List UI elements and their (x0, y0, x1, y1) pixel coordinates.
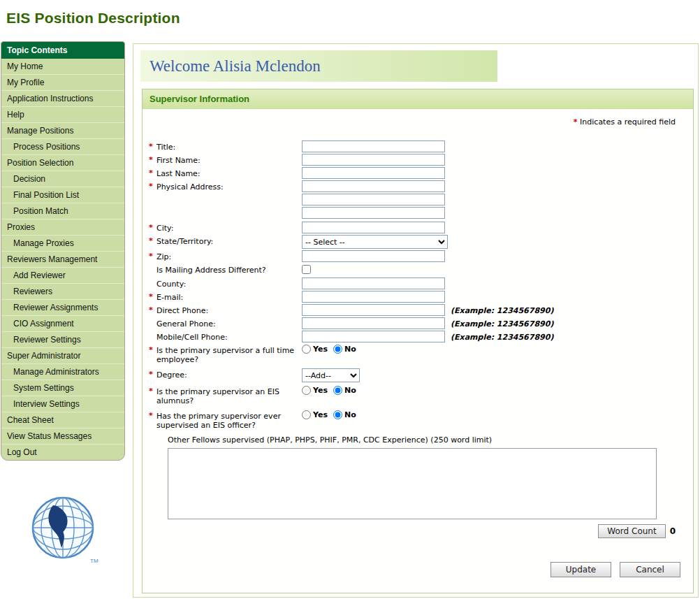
general-phone-label: General Phone: (156, 319, 216, 329)
sidebar-item-cio-assignment[interactable]: CIO Assignment (1, 316, 124, 332)
required-marker: * (149, 305, 153, 315)
city-input[interactable] (302, 222, 445, 233)
physical-address-line1-input[interactable] (302, 180, 445, 192)
form-row-city: * City: (149, 222, 687, 233)
required-marker: * (149, 236, 153, 245)
sidebar-item-proxies[interactable]: Proxies (1, 219, 124, 236)
sidebar-item-position-selection[interactable]: Position Selection (1, 155, 124, 171)
sidebar: Topic Contents My Home My Profile Applic… (1, 41, 125, 461)
full-time-no-radio[interactable] (333, 345, 342, 354)
eis-alumnus-yes-label: Yes (313, 386, 328, 395)
sidebar-item-manage-positions[interactable]: Manage Positions (1, 123, 124, 139)
sidebar-nav: My Home My Profile Application Instructi… (1, 59, 124, 460)
email-label: E-mail: (156, 293, 183, 302)
supervised-eis-label: Has the primary supervisor ever supervis… (156, 412, 281, 430)
sidebar-item-add-reviewer[interactable]: Add Reviewer (1, 268, 124, 284)
form-row-email: * E-mail: (149, 291, 687, 303)
required-marker: * (149, 155, 153, 164)
sidebar-item-decision[interactable]: Decision (1, 171, 124, 187)
degree-select[interactable]: --Add-- (302, 368, 360, 382)
required-marker: * (149, 142, 153, 151)
required-note-text: Indicates a required field (580, 117, 676, 127)
mobile-phone-input[interactable] (302, 331, 445, 342)
panel-body: * Indicates a required field * Title: * … (143, 117, 693, 538)
update-button[interactable]: Update (550, 562, 611, 577)
eis-alumnus-label: Is the primary supervisor an EIS alumnus… (156, 387, 279, 405)
supervised-eis-no-radio[interactable] (333, 410, 342, 419)
sidebar-item-reviewer-assignments[interactable]: Reviewer Assignments (1, 300, 124, 316)
sidebar-item-manage-administrators[interactable]: Manage Administrators (1, 364, 124, 380)
required-marker: * (149, 345, 153, 354)
sidebar-item-system-settings[interactable]: System Settings (1, 380, 124, 396)
sidebar-item-position-match[interactable]: Position Match (1, 203, 124, 219)
county-label: County: (156, 280, 186, 289)
form-row-general-phone: General Phone: (Example: 1234567890) (149, 317, 687, 329)
sidebar-item-process-positions[interactable]: Process Positions (1, 139, 124, 155)
required-marker: * (149, 292, 153, 301)
required-marker: * (149, 411, 153, 420)
city-label: City: (156, 224, 173, 233)
sidebar-item-reviewer-settings[interactable]: Reviewer Settings (1, 332, 124, 348)
sidebar-item-reviewers-management[interactable]: Reviewers Management (1, 252, 124, 268)
first-name-input[interactable] (302, 154, 445, 166)
last-name-label: Last Name: (156, 169, 200, 178)
mobile-phone-example: (Example: 1234567890) (451, 331, 553, 342)
page: EIS Position Description Topic Contents … (0, 0, 700, 599)
sidebar-item-interview-settings[interactable]: Interview Settings (1, 396, 124, 412)
welcome-banner: Welcome Alisia Mclendon (140, 50, 497, 82)
form-row-zip: * Zip: (149, 250, 687, 262)
eis-alumnus-yes-radio[interactable] (302, 386, 311, 395)
supervisor-information-panel: Supervisor Information * Indicates a req… (142, 89, 694, 593)
supervised-eis-yes-radio[interactable] (302, 410, 311, 419)
mailing-different-label: Is Mailing Address Different? (156, 266, 266, 275)
required-marker: * (149, 370, 153, 379)
cancel-button[interactable]: Cancel (620, 562, 680, 577)
required-marker: * (574, 117, 578, 127)
sidebar-item-log-out[interactable]: Log Out (1, 445, 124, 460)
last-name-input[interactable] (302, 167, 445, 179)
sidebar-item-super-administrator[interactable]: Super Administrator (1, 348, 124, 364)
mailing-different-checkbox[interactable] (302, 265, 311, 274)
sidebar-item-application-instructions[interactable]: Application Instructions (1, 91, 124, 107)
form-row-eis-alumnus: * Is the primary supervisor an EIS alumn… (149, 385, 687, 405)
zip-input[interactable] (302, 250, 445, 262)
supervised-eis-no-label: No (344, 410, 356, 419)
form-row-mailing-different: Is Mailing Address Different? (149, 264, 687, 276)
mobile-phone-label: Mobile/Cell Phone: (156, 333, 228, 342)
eis-alumnus-no-radio[interactable] (333, 386, 342, 395)
full-time-no-label: No (344, 345, 356, 354)
email-input[interactable] (302, 291, 445, 303)
zip-label: Zip: (156, 252, 171, 261)
sidebar-item-final-position-list[interactable]: Final Position List (1, 187, 124, 203)
direct-phone-input[interactable] (302, 304, 445, 316)
sidebar-item-my-home[interactable]: My Home (1, 59, 124, 75)
full-time-yes-radio[interactable] (302, 345, 311, 354)
state-select[interactable]: -- Select -- (302, 235, 448, 249)
general-phone-input[interactable] (302, 317, 445, 329)
form-row-state: * State/Territory: -- Select -- (149, 235, 687, 249)
sidebar-item-help[interactable]: Help (1, 107, 124, 123)
other-fellows-textarea[interactable] (168, 448, 657, 519)
physical-address-line2-input[interactable] (302, 194, 445, 205)
sidebar-item-manage-proxies[interactable]: Manage Proxies (1, 236, 124, 252)
form-row-direct-phone: * Direct Phone: (Example: 1234567890) (149, 304, 687, 316)
required-marker: * (149, 182, 153, 191)
globe-logo: TM (29, 495, 101, 568)
supervised-eis-yes-label: Yes (313, 410, 328, 419)
sidebar-item-reviewers[interactable]: Reviewers (1, 284, 124, 300)
main-content: Welcome Alisia Mclendon Supervisor Infor… (133, 43, 699, 598)
form-row-supervised-eis: * Has the primary supervisor ever superv… (149, 410, 687, 430)
general-phone-example: (Example: 1234567890) (451, 317, 553, 329)
word-count-button[interactable]: Word Count (598, 524, 665, 538)
sidebar-item-view-status-messages[interactable]: View Status Messages (1, 428, 124, 445)
required-marker: * (149, 168, 153, 178)
title-input[interactable] (302, 140, 445, 152)
title-label: Title: (156, 143, 175, 152)
form-row-degree: * Degree: --Add-- (149, 368, 687, 382)
sidebar-item-my-profile[interactable]: My Profile (1, 75, 124, 91)
sidebar-item-cheat-sheet[interactable]: Cheat Sheet (1, 412, 124, 428)
direct-phone-label: Direct Phone: (156, 306, 208, 315)
word-count-row: Word Count 0 (168, 524, 676, 538)
physical-address-line3-input[interactable] (302, 207, 445, 219)
county-input[interactable] (302, 277, 445, 289)
